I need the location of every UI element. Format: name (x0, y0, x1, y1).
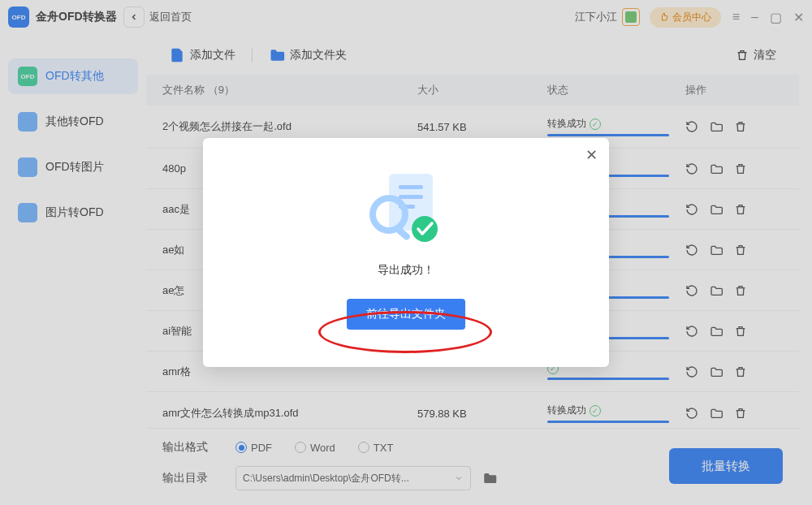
modal-message: 导出成功！ (378, 263, 434, 278)
open-export-folder-button[interactable]: 前往导出文件夹 (347, 299, 465, 330)
export-success-modal: ✕ 导出成功！ 前往导出文件夹 (203, 138, 609, 367)
modal-overlay: ✕ 导出成功！ 前往导出文件夹 (0, 0, 812, 505)
success-illustration (361, 164, 451, 253)
modal-button-label: 前往导出文件夹 (366, 307, 446, 320)
modal-close-button[interactable]: ✕ (585, 146, 598, 164)
svg-rect-2 (399, 195, 423, 199)
svg-point-6 (412, 216, 438, 242)
svg-rect-1 (399, 185, 423, 189)
